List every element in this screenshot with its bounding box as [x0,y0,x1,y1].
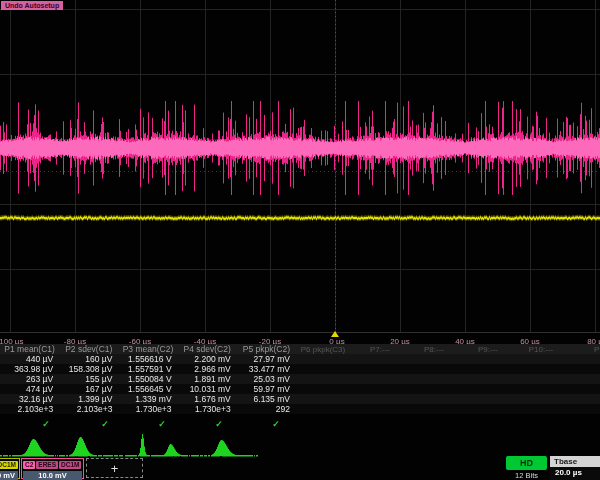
hd-mode-badge: HD [506,456,547,470]
param-header-p10[interactable]: P10:--- [516,345,566,354]
value-cell: 1.339 mV [118,394,177,404]
value-cell: 1.557591 V [118,364,177,374]
value-cell: 1.399 µV [59,394,118,404]
status-check-icon: ✓ [101,419,109,430]
value-cell: 2.200 mV [178,354,237,364]
status-check-icon: ✓ [215,419,223,430]
value-cell: 32.16 µV [0,394,59,404]
value-cell: 6.135 mV [237,394,296,404]
value-cell: 1.730e+3 [118,404,177,414]
measurement-row-num: 2.103e+3 2.103e+3 1.730e+3 1.730e+3 292 [0,404,600,414]
measurement-status-row: ✓ ✓ ✓ ✓ ✓ [0,419,600,430]
value-cell: 167 µV [59,384,118,394]
timebase-scale: 20.0 µs [550,467,600,478]
value-cell: 363.98 µV [0,364,59,374]
status-check-icon: ✓ [158,419,166,430]
c1-coupling-chip: DC1M [0,461,18,469]
param-header-p7[interactable]: P7:--- [356,345,404,354]
value-cell: 1.550084 V [118,374,177,384]
channel-c2-descriptor[interactable]: C2 ERES DC1M 10.0 mV [21,458,84,479]
hd-bits-label: 12 Bits [506,471,547,480]
channel-c1-descriptor[interactable]: DC1M 0 mV [0,458,20,479]
timebase-descriptor[interactable]: Tbase 20.0 µs [550,456,600,480]
value-cell: 1.730e+3 [178,404,237,414]
oscilloscope-screen: Undo Autosetup -100 µs -80 µs -60 µs -40… [0,0,600,480]
value-cell: 1.891 mV [178,374,237,384]
measurement-row-min: 263 µV 155 µV 1.550084 V 1.891 mV 25.03 … [0,374,600,384]
c2-label-chip: C2 [23,461,35,469]
c2-vertical-scale: 10.0 mV [23,471,82,480]
value-cell: 2.103e+3 [59,404,118,414]
waveform-grid-canvas [0,0,600,334]
param-header-p5[interactable]: P5 pkpk(C2) [237,344,296,354]
param-header-p6[interactable]: P6 pkpk(C3) [296,345,350,354]
param-header-p11[interactable]: P11:--- [582,345,600,354]
measurement-row-max: 474 µV 167 µV 1.556645 V 10.031 mV 59.97… [0,384,600,394]
param-header-p2[interactable]: P2 sdev(C1) [59,344,118,354]
measurement-row-value: 440 µV 160 µV 1.556616 V 2.200 mV 27.97 … [0,354,600,364]
value-cell: 2.966 mV [178,364,237,374]
histicon-strip [0,433,600,457]
param-header-p3[interactable]: P3 mean(C2) [118,344,177,354]
param-header-p8[interactable]: P8:--- [410,345,458,354]
value-cell: 440 µV [0,354,59,364]
value-cell: 25.03 mV [237,374,296,384]
value-cell: 1.556645 V [118,384,177,394]
value-cell: 33.477 mV [237,364,296,374]
value-cell: 263 µV [0,374,59,384]
measurement-row-sdev: 32.16 µV 1.399 µV 1.339 mV 1.676 mV 6.13… [0,394,600,404]
param-header-p4[interactable]: P4 sdev(C2) [178,344,237,354]
c2-eres-chip: ERES [36,461,58,469]
value-cell: 2.103e+3 [0,404,59,414]
measurement-row-mean: 363.98 µV 158.308 µV 1.557591 V 2.966 mV… [0,364,600,374]
value-cell: 160 µV [59,354,118,364]
param-header-p1[interactable]: P1 mean(C1) [0,344,59,354]
value-cell: 10.031 mV [178,384,237,394]
value-cell: 59.97 mV [237,384,296,394]
value-cell: 155 µV [59,374,118,384]
value-cell: 158.308 µV [59,364,118,374]
value-cell: 1.556616 V [118,354,177,364]
value-cell: 292 [237,404,296,414]
bottom-descriptor-bar: DC1M 0 mV C2 ERES DC1M 10.0 mV + HD 12 B… [0,456,600,480]
value-cell: 474 µV [0,384,59,394]
param-header-p9[interactable]: P9:--- [464,345,512,354]
add-trace-button[interactable]: + [86,458,143,478]
c1-vertical-scale: 0 mV [0,471,18,480]
undo-autosetup-button[interactable]: Undo Autosetup [1,1,63,10]
status-check-icon: ✓ [272,419,280,430]
value-cell: 1.676 mV [178,394,237,404]
value-cell: 27.97 mV [237,354,296,364]
measurement-table: P1 mean(C1) P2 sdev(C1) P3 mean(C2) P4 s… [0,344,600,414]
timebase-label: Tbase [550,456,600,467]
status-check-icon: ✓ [42,419,50,430]
c2-coupling-chip: DC1M [59,461,81,469]
